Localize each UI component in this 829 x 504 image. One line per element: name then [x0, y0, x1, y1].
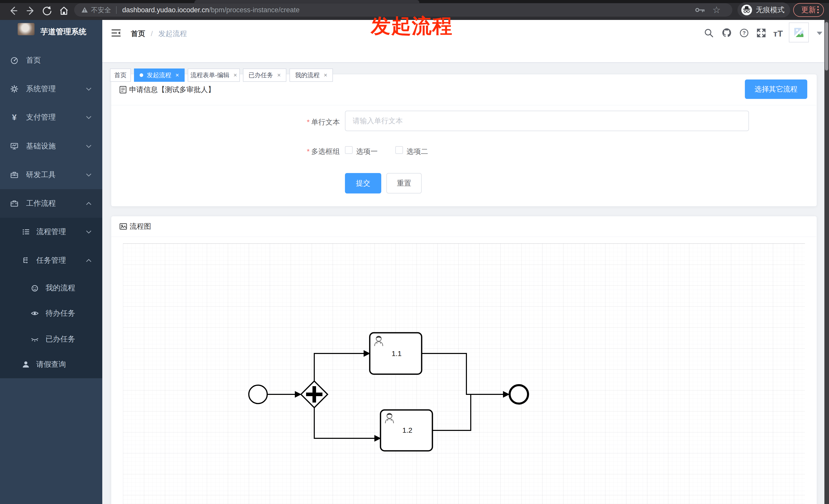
fullscreen-icon[interactable]: [756, 28, 766, 38]
tab-start-process[interactable]: 发起流程 ×: [134, 69, 185, 82]
avatar[interactable]: [789, 23, 809, 42]
browser-menu-kebab-icon[interactable]: [817, 6, 819, 14]
bpmn-canvas[interactable]: 1.1 1.2: [123, 243, 805, 504]
checkbox-option-two[interactable]: [395, 146, 403, 154]
sidebar-item-label: 待办任务: [45, 308, 75, 318]
breadcrumb-current: 发起流程: [158, 30, 187, 38]
sidebar-item-leave-query[interactable]: 请假查询: [0, 352, 102, 377]
sidebar-item-label: 工作流程: [26, 198, 56, 208]
close-icon[interactable]: ×: [277, 72, 281, 78]
browser-reload-button[interactable]: [41, 5, 53, 16]
incognito-badge: 无痕模式: [737, 3, 790, 17]
sidebar-item-label: 基础设施: [26, 141, 56, 151]
page-header: 首页 / 发起流程 ? тT 首页 发起流程 × 流程表单-编辑 × 已办任务 …: [102, 20, 829, 63]
chevron-down-icon: [86, 145, 92, 148]
sidebar-item-task-mgmt[interactable]: 任务管理: [0, 248, 102, 273]
svg-text:?: ?: [743, 30, 746, 36]
checkbox-label-option-one[interactable]: 选项一: [356, 147, 378, 156]
flow-task1-to-end: [422, 353, 503, 394]
button-label: 重置: [397, 179, 411, 188]
breadcrumb-home[interactable]: 首页: [131, 30, 145, 38]
tab-home[interactable]: 首页: [110, 69, 131, 82]
scrollbar-thumb[interactable]: [825, 22, 828, 71]
sidebar-item-label: 任务管理: [36, 255, 66, 266]
bpmn-user-task-1-2[interactable]: 1.2: [381, 410, 432, 451]
task-label: 1.2: [402, 426, 412, 434]
chevron-down-icon: [86, 116, 92, 119]
reset-button[interactable]: 重置: [386, 173, 422, 193]
submit-button[interactable]: 提交: [345, 173, 381, 193]
choose-other-process-button[interactable]: 选择其它流程: [745, 79, 807, 99]
tab-label: 发起流程: [147, 71, 171, 79]
close-icon[interactable]: ×: [233, 72, 237, 78]
sidebar-item-infrastructure[interactable]: 基础设施: [0, 132, 102, 160]
field-label-checkbox-group: *多选框组: [268, 147, 340, 156]
sidebar-item-workflow[interactable]: 工作流程: [0, 189, 102, 218]
browser-tab-strip: [0, 0, 829, 3]
avatar-dropdown-caret[interactable]: [817, 32, 822, 35]
sidebar-collapse-icon[interactable]: [111, 28, 121, 38]
help-icon[interactable]: ?: [739, 28, 749, 38]
robot-face-icon: [31, 284, 39, 292]
chevron-up-icon: [86, 259, 92, 262]
bpmn-start-event[interactable]: [249, 385, 267, 403]
chevron-down-icon: [86, 173, 92, 177]
form-card-title: 申请信息【测试多审批人】: [129, 85, 215, 94]
plus-icon: [313, 386, 316, 402]
diagram-card-title: 流程图: [130, 222, 151, 231]
tab-my-process[interactable]: 我的流程 ×: [289, 69, 333, 82]
single-line-text-input[interactable]: [345, 111, 749, 131]
bookmark-star-icon[interactable]: ☆: [712, 5, 721, 14]
button-label: 提交: [356, 179, 370, 188]
eye-open-icon: [31, 309, 39, 317]
field-label-single-line-text: *单行文本: [268, 117, 340, 127]
app-title: 芋道管理系统: [40, 27, 86, 37]
sidebar-item-done-tasks[interactable]: 已办任务: [0, 326, 102, 352]
required-asterisk: *: [307, 148, 310, 155]
logo-image: [17, 23, 35, 35]
browser-home-button[interactable]: [58, 5, 70, 16]
sidebar-item-label: 请假查询: [36, 359, 66, 370]
browser-update-button[interactable]: 更新: [793, 3, 824, 17]
browser-back-button[interactable]: [8, 5, 19, 16]
github-icon[interactable]: [722, 28, 731, 37]
broken-image-icon: [793, 27, 804, 38]
sidebar-item-home[interactable]: 首页: [0, 46, 102, 75]
annotation-text: 发起流程: [371, 13, 453, 40]
task-label: 1.1: [392, 350, 402, 357]
tab-form-edit[interactable]: 流程表单-编辑 ×: [188, 69, 240, 82]
sidebar-item-todo-tasks[interactable]: 待办任务: [0, 301, 102, 326]
tab-done-tasks[interactable]: 已办任务 ×: [243, 69, 286, 82]
browser-forward-button[interactable]: [25, 5, 36, 16]
divider: [111, 237, 816, 237]
breadcrumb-separator: /: [151, 30, 153, 38]
sidebar-item-label: 流程管理: [36, 227, 66, 237]
bpmn-end-event[interactable]: [510, 385, 528, 403]
sidebar-item-payment[interactable]: ¥ 支付管理: [0, 103, 102, 131]
font-size-icon[interactable]: тT: [773, 29, 789, 38]
active-tab-dot: [140, 73, 143, 77]
button-label: 选择其它流程: [755, 84, 798, 94]
security-label[interactable]: 不安全: [91, 6, 111, 14]
flow-gateway-to-task1: [314, 353, 364, 381]
breadcrumb: 首页 / 发起流程: [131, 29, 187, 39]
checkbox-option-one[interactable]: [345, 146, 353, 154]
url-host: dashboard.yudao.iocoder.cn: [122, 6, 209, 14]
sidebar-item-devtools[interactable]: 研发工具: [0, 160, 102, 189]
dashboard-icon: [10, 56, 19, 65]
checkbox-label-option-two[interactable]: 选项二: [406, 147, 428, 156]
tab-label: 我的流程: [295, 71, 320, 79]
close-icon[interactable]: ×: [324, 72, 327, 78]
chevron-down-icon: [86, 230, 92, 234]
chevron-down-icon: [86, 87, 92, 91]
sidebar-item-my-process[interactable]: 我的流程: [0, 275, 102, 301]
sidebar-item-system[interactable]: 系统管理: [0, 75, 102, 103]
close-icon[interactable]: ×: [175, 72, 179, 78]
tab-label: 已办任务: [249, 71, 273, 79]
search-icon[interactable]: [704, 28, 714, 38]
sidebar-item-process-mgmt[interactable]: 流程管理: [0, 219, 102, 244]
key-icon[interactable]: [695, 6, 705, 13]
toolbox-icon: [10, 171, 19, 179]
page-scrollbar[interactable]: [824, 20, 829, 504]
bpmn-user-task-1-1[interactable]: 1.1: [370, 333, 422, 374]
